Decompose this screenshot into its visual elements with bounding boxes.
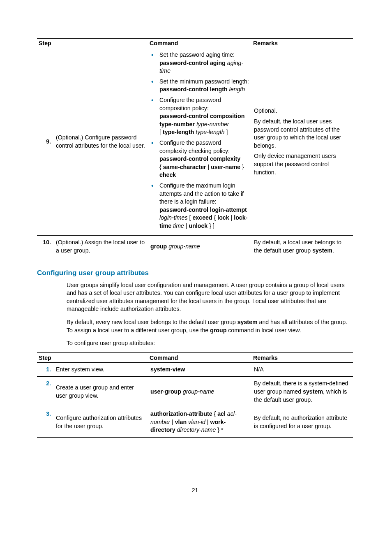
paragraph: User groups simplify local user configur… [67,281,353,313]
step-number: 1. [37,362,53,377]
table-row: 1. Enter system view. system-view N/A [37,362,353,377]
command-cell: Set the password aging time: password-co… [148,48,251,236]
remarks-cell: By default, there is a system-defined us… [251,377,353,407]
paragraph: By default, every new local user belongs… [67,318,353,334]
table-row: 10. (Optional.) Assign the local user to… [37,236,353,258]
remarks-cell: Optional. By default, the local user use… [251,48,353,236]
step-number: 2. [37,377,53,407]
table-1: Step Command Remarks 9. (Optional.) Conf… [37,38,353,258]
table-row: 2. Create a user group and enter user gr… [37,377,353,407]
cmd-item: Configure the password complexity checki… [150,139,249,179]
step-desc: (Optional.) Assign the local user to a u… [53,236,148,258]
th-step: Step [37,353,148,363]
table-2: Step Command Remarks 1. Enter system vie… [37,352,353,438]
cmd-item: Set the minimum password length: passwor… [150,78,249,94]
command-cell: user-group group-name [148,377,251,407]
remarks-cell: By default, no authorization attribute i… [251,407,353,438]
cmd-item: Configure the maximum login attempts and… [150,182,249,230]
paragraph: To configure user group attributes: [67,339,353,348]
step-desc: Configure authorization attributes for t… [53,407,148,438]
th-command: Command [148,353,251,363]
step-desc: (Optional.) Configure password control a… [53,48,148,236]
step-number: 3. [37,407,53,438]
th-step: Step [37,38,148,48]
table-row: 3. Configure authorization attributes fo… [37,407,353,438]
command-cell: authorization-attribute { acl acl-number… [148,407,251,438]
th-remarks: Remarks [251,353,353,363]
step-number: 10. [37,236,53,258]
command-cell: system-view [148,362,251,377]
remarks-cell: By default, a local user belongs to the … [251,236,353,258]
step-number: 9. [37,48,53,236]
cmd-item: Configure the password composition polic… [150,96,249,137]
cmd-item: Set the password aging time: password-co… [150,51,249,75]
remarks-cell: N/A [251,362,353,377]
command-cell: group group-name [148,236,251,258]
section-heading: Configuring user group attributes [37,269,353,277]
page-number: 21 [37,487,353,494]
step-desc: Create a user group and enter user group… [53,377,148,407]
table-row: 9. (Optional.) Configure password contro… [37,48,353,236]
th-command: Command [148,38,251,48]
th-remarks: Remarks [251,38,353,48]
step-desc: Enter system view. [53,362,148,377]
